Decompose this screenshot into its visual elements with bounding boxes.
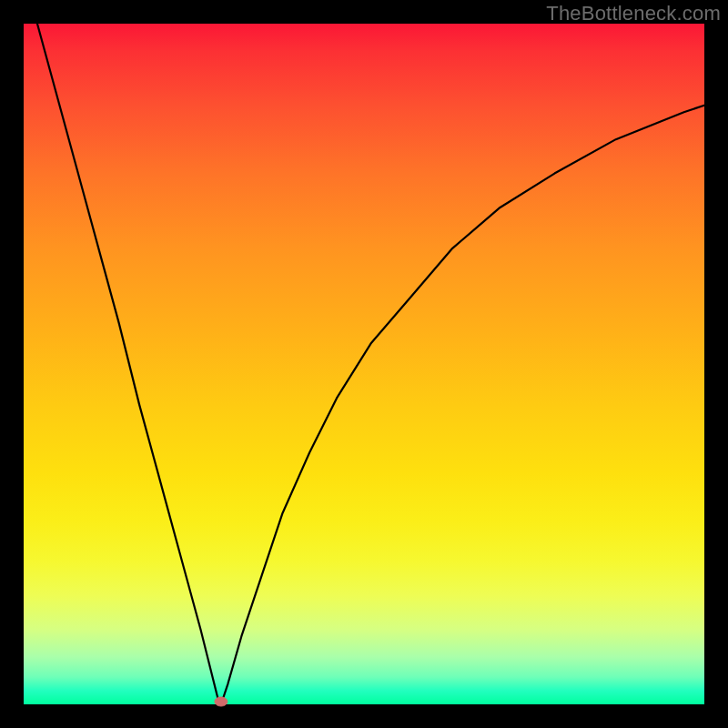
plot-area: [24, 24, 704, 704]
left-branch-path: [37, 24, 221, 704]
optimum-marker: [215, 697, 228, 706]
right-branch-path: [221, 106, 704, 704]
curve-layer: [24, 24, 704, 704]
chart-frame: TheBottleneck.com: [0, 0, 728, 728]
watermark-text: TheBottleneck.com: [546, 2, 721, 25]
